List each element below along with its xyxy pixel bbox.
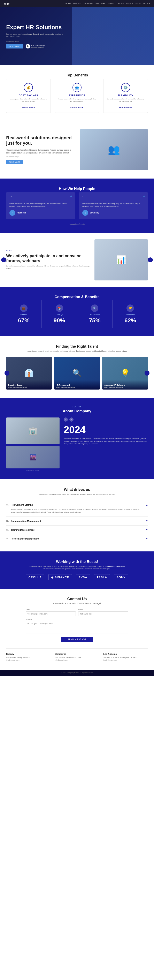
mentorship-icon: 🤝 xyxy=(127,304,134,312)
talent-slider: 👔 Executive Search Lorem ipsum dolor sit… xyxy=(6,357,148,390)
cost-savings-icon: 💰 xyxy=(24,83,33,92)
what-drives-title: What drives us xyxy=(6,488,148,492)
talent-card-0: 👔 Executive Search Lorem ipsum dolor sit… xyxy=(6,357,52,390)
benefits-grid: 💰 COST SAVINGS Lorem ipsum dolor sit ame… xyxy=(6,79,148,113)
hero-image-caption: Images from Freepik xyxy=(6,40,64,42)
about-title: About Company xyxy=(6,409,148,414)
nav-home[interactable]: HOME xyxy=(65,3,71,5)
participate-label: SLIDE xyxy=(6,250,90,252)
finding-title: Finding the Right Talent xyxy=(6,344,148,348)
about-nav: ‹ › xyxy=(64,417,148,422)
benefit-card-1: 👥 EXPERIENCE Lorem ipsum dolor sit amet,… xyxy=(55,79,99,113)
header: logo HOME LOADING ABOUT US OUR TEAM CONT… xyxy=(0,0,154,7)
benefits-icon: 💼 xyxy=(20,304,27,312)
office-addr-2: 344 Main St, Suite 2A, Los Angeles, CA 9… xyxy=(103,656,148,662)
nav-about[interactable]: ABOUT US xyxy=(84,3,93,5)
participate-text: Lorem ipsum dolor sit amet, consectetur … xyxy=(6,265,90,270)
form-row-2: Message xyxy=(26,619,129,634)
testimonial-author-1: S Sam Perry xyxy=(83,210,144,216)
faq-chevron-1: ∨ xyxy=(146,520,148,522)
testimonials-grid: " Lorem ipsum dolor sit amet, consectetu… xyxy=(6,192,148,219)
talent-label-2: Innovative HR Solutions Lorem ipsum dolo… xyxy=(102,380,148,390)
learn-more-1[interactable]: LEARN MORE xyxy=(70,106,84,108)
faq-header-2[interactable]: 03. Training Development ∨ xyxy=(6,528,148,531)
faq-chevron-3: ∨ xyxy=(146,537,148,540)
real-world-read-more[interactable]: READ MORE xyxy=(6,160,23,164)
benefit-card-2: ⚙️ FLEXIBILITY Lorem ipsum dolor sit ame… xyxy=(103,79,148,113)
office-los-angeles: Los Angeles 344 Main St, Suite 2A, Los A… xyxy=(103,653,148,662)
comp-item-1: 📚 Trainings 90% xyxy=(42,301,77,328)
contact-subtitle: Any questions or remarks? Just write us … xyxy=(6,602,148,605)
about-next-button[interactable]: › xyxy=(70,417,73,422)
nav-loading[interactable]: LOADING xyxy=(73,3,81,5)
talent-card-2: 💡 Innovative HR Solutions Lorem ipsum do… xyxy=(102,357,148,390)
drives-intro: Sample text. Use this text box to give m… xyxy=(28,493,126,496)
nav-page1[interactable]: PAGE 1 xyxy=(117,3,124,5)
faq-number-2: 03. xyxy=(6,529,9,531)
hero-text: Sample large text. Lorem ipsum dolor sit… xyxy=(6,33,64,38)
testimonial-text-0: Lorem ipsum dolor sit amet, consectetur … xyxy=(10,202,71,207)
carousel-prev-button[interactable]: ‹ xyxy=(1,258,6,262)
main-nav: HOME LOADING ABOUT US OUR TEAM CONTACT P… xyxy=(65,3,150,5)
faq-header-1[interactable]: 02. Compensation Management ∨ xyxy=(6,520,148,522)
nav-contact[interactable]: CONTACT xyxy=(107,3,116,5)
name-input[interactable] xyxy=(78,611,129,616)
talent-label-0: Executive Search Lorem ipsum dolor sit a… xyxy=(6,380,52,390)
snowflake-icon-1: ❄ xyxy=(143,195,145,198)
faq-item-3: 04. Performance Management ∨ xyxy=(6,535,148,543)
real-world-text: Aliquam erat volutpat sit in elit mauris… xyxy=(6,148,74,154)
quote-icon-1: " xyxy=(83,196,144,201)
working-section: Working with the Bests! Paragraph. Lorem… xyxy=(0,551,154,589)
hero-read-more-button[interactable]: READ MORE xyxy=(6,44,23,48)
about-prev-button[interactable]: ‹ xyxy=(64,417,68,422)
faq-header-0[interactable]: 01. Recruitment Staffing ∧ xyxy=(6,503,148,506)
talent-slider-wrapper: ‹ 👔 Executive Search Lorem ipsum dolor s… xyxy=(6,357,148,390)
working-text: Paragraph. Lorem ipsum dolor sit amet, c… xyxy=(26,565,129,570)
real-world-section: Real-world solutions designed just for y… xyxy=(0,121,154,178)
email-input[interactable] xyxy=(26,611,76,616)
benefit-text-1: Lorem ipsum dolor sit amet, consectetur … xyxy=(58,98,96,103)
brand-logos: CROLLA ◈ BINANCE EVSA TESLA SONY xyxy=(6,574,148,581)
offices: Sydney 42 Pitt Street, Sydney, NSW 100 i… xyxy=(6,648,148,662)
faq-chevron-2: ∨ xyxy=(146,528,148,531)
testimonial-author-0: P Paul Smith xyxy=(10,210,71,216)
snowflake-icon-0: ❄ xyxy=(70,195,73,198)
faq-header-3[interactable]: 04. Performance Management ∨ xyxy=(6,537,148,540)
faq-number-3: 04. xyxy=(6,538,9,540)
carousel-next-button[interactable]: › xyxy=(148,258,153,262)
message-label: Message xyxy=(26,619,129,620)
nav-page2[interactable]: PAGE 2 xyxy=(126,3,133,5)
faq-item-1: 02. Compensation Management ∨ xyxy=(6,517,148,525)
talent-slider-next[interactable]: › xyxy=(144,371,149,375)
talent-slider-prev[interactable]: ‹ xyxy=(5,371,10,375)
testimonial-text-1: Lorem ipsum dolor sit amet, consectetur … xyxy=(83,202,144,207)
how-help-section: How We Help People " Lorem ipsum dolor s… xyxy=(0,178,154,233)
testimonial-0: " Lorem ipsum dolor sit amet, consectetu… xyxy=(6,192,75,219)
about-content: ‹ › 2024 Aliquam erat volutpat sit in el… xyxy=(64,417,148,445)
nav-team[interactable]: OUR TEAM xyxy=(95,3,105,5)
nav-page3[interactable]: PAGE 3 xyxy=(135,3,141,5)
comp-percent-0: 67% xyxy=(8,317,40,324)
brand-evsa: EVSA xyxy=(76,574,90,581)
message-input[interactable] xyxy=(26,621,129,633)
working-title: Working with the Bests! xyxy=(6,560,148,564)
office-sydney: Sydney 42 Pitt Street, Sydney, NSW 100 i… xyxy=(6,653,51,662)
talent-label-1: HR Recruitment Lorem ipsum dolor sit ame… xyxy=(54,380,100,390)
hero-call: 📞 Call 24hrs / 7 days info@company.com xyxy=(26,44,45,48)
nav-page4[interactable]: PAGE 4 xyxy=(143,3,150,5)
comp-item-0: 💼 Benefits 67% xyxy=(6,301,42,328)
faq-item-0: 01. Recruitment Staffing ∧ Answer: Lorem… xyxy=(6,501,148,517)
talent-card-1: 🔍 HR Recruitment Lorem ipsum dolor sit a… xyxy=(54,357,100,390)
compensation-title: Compensation & Benefits xyxy=(6,295,148,299)
faq-title-1: Compensation Management xyxy=(11,520,41,522)
send-message-button[interactable]: SEND MESSAGE xyxy=(61,637,93,642)
learn-more-2[interactable]: LEARN MORE xyxy=(119,106,132,108)
about-year: 2024 xyxy=(64,424,148,435)
comp-label-3: Mentorship xyxy=(114,313,146,316)
author-avatar-0: P xyxy=(10,210,15,216)
benefit-title-2: FLEXIBILITY xyxy=(107,94,144,97)
message-field: Message xyxy=(26,619,129,634)
learn-more-0[interactable]: LEARN MORE xyxy=(22,106,35,108)
faq-title-2: Training Development xyxy=(11,529,35,531)
logo: logo xyxy=(4,2,10,5)
